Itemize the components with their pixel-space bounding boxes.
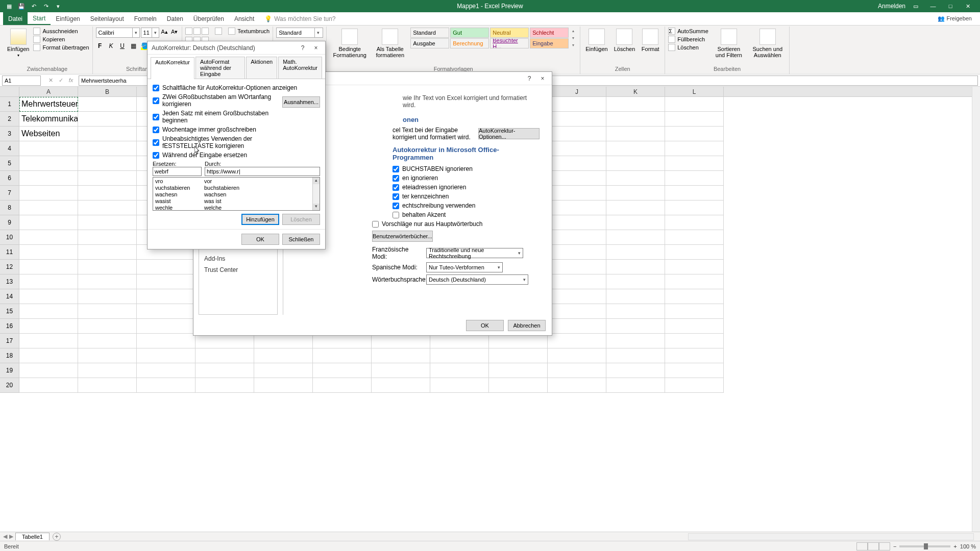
cell[interactable]	[489, 363, 548, 378]
cell[interactable]	[548, 186, 606, 201]
ak-close-button-bottom[interactable]: Schließen	[282, 234, 320, 245]
chk-context[interactable]: echtschreibung verwenden	[393, 201, 540, 210]
column-header[interactable]: B	[78, 87, 137, 96]
style-standard[interactable]: Standard	[410, 28, 449, 38]
row-header[interactable]: 17	[0, 334, 19, 348]
cell[interactable]	[606, 201, 665, 215]
options-cancel-button[interactable]: Abbrechen	[508, 320, 546, 331]
cell[interactable]	[606, 141, 665, 156]
cell[interactable]	[606, 215, 665, 230]
cell[interactable]	[606, 186, 665, 201]
cell[interactable]	[606, 156, 665, 171]
ak-list-row[interactable]: wechlewelche	[153, 204, 312, 211]
name-box[interactable]: A1	[2, 76, 41, 86]
cell[interactable]	[665, 289, 724, 304]
cell[interactable]	[606, 171, 665, 186]
zoom-slider[interactable]	[899, 545, 950, 547]
cell[interactable]	[19, 378, 78, 393]
paste-button[interactable]: Einfügen ▾	[5, 28, 31, 59]
ak-list-scrollbar[interactable]: ▴ ▾	[312, 178, 320, 210]
style-ausgabe[interactable]: Ausgabe	[410, 38, 449, 48]
cell[interactable]	[19, 156, 78, 171]
bold-button[interactable]: F	[96, 42, 104, 50]
cell[interactable]	[548, 141, 606, 156]
save-icon[interactable]: 💾	[17, 2, 26, 10]
cell[interactable]	[548, 289, 606, 304]
cell[interactable]	[78, 304, 137, 319]
tab-pagelayout[interactable]: Seitenlayout	[85, 12, 129, 25]
column-header[interactable]: J	[548, 87, 606, 96]
ak-list-row[interactable]: wachesnwachsen	[153, 191, 312, 197]
ak-list-row[interactable]: wasistwas ist	[153, 197, 312, 204]
view-pagebreak-icon[interactable]	[879, 542, 890, 550]
sheet-nav-next-icon[interactable]: ▶	[9, 533, 13, 540]
cell[interactable]	[78, 141, 137, 156]
align-middle-icon[interactable]	[193, 28, 201, 35]
cell[interactable]	[606, 319, 665, 334]
cell[interactable]	[665, 334, 724, 348]
cell[interactable]	[606, 304, 665, 319]
row-header[interactable]: 5	[0, 156, 19, 171]
tab-data[interactable]: Daten	[162, 12, 188, 25]
row-headers[interactable]: 1234567891011121314151617181920	[0, 97, 19, 393]
cell[interactable]: Mehrwertsteuerharmonierung	[19, 97, 78, 112]
find-select-button[interactable]: Suchen und Auswählen	[749, 28, 786, 59]
style-berechnung[interactable]: Berechnung	[450, 38, 489, 48]
cell[interactable]	[78, 378, 137, 393]
cell[interactable]	[19, 245, 78, 260]
cell[interactable]	[665, 245, 724, 260]
cell[interactable]	[137, 348, 195, 363]
cell[interactable]	[606, 378, 665, 393]
signin-link[interactable]: Anmelden	[878, 3, 905, 10]
redo-icon[interactable]: ↷	[42, 2, 50, 10]
cell[interactable]	[19, 230, 78, 245]
row-header[interactable]: 7	[0, 186, 19, 201]
ak-close-button[interactable]: ×	[311, 43, 321, 53]
cell[interactable]	[19, 171, 78, 186]
ak-tab-math[interactable]: Math. AutoKorrektur	[278, 57, 322, 79]
style-besuchter[interactable]: Besuchter H...	[490, 38, 529, 48]
cell[interactable]	[19, 215, 78, 230]
ak-help-button[interactable]: ?	[298, 43, 308, 53]
ak-chk-showbutton[interactable]: Schaltfläche für AutoKorrektur-Optionen …	[153, 83, 320, 92]
chk-maindict[interactable]: Vorschläge nur aus Hauptwörterbuch	[372, 219, 540, 229]
fill-button[interactable]: Füllbereich	[668, 36, 708, 43]
cell[interactable]	[137, 274, 195, 289]
sort-filter-button[interactable]: Sortieren und Filtern	[710, 28, 747, 59]
minimize-icon[interactable]: —	[926, 1, 940, 11]
row-header[interactable]: 20	[0, 378, 19, 393]
ak-tab-autokorrektur[interactable]: AutoKorrektur	[151, 57, 194, 79]
row-header[interactable]: 8	[0, 201, 19, 215]
ak-tab-autoformat[interactable]: AutoFormat während der Eingabe	[195, 57, 245, 79]
cell[interactable]	[548, 378, 606, 393]
tab-review[interactable]: Überprüfen	[188, 12, 229, 25]
cell[interactable]	[665, 304, 724, 319]
cell[interactable]	[665, 186, 724, 201]
cell[interactable]	[665, 201, 724, 215]
sheet-nav-prev-icon[interactable]: ◀	[3, 533, 7, 540]
cell[interactable]	[548, 230, 606, 245]
row-header[interactable]: 11	[0, 245, 19, 260]
sidebar-item-trustcenter[interactable]: Trust Center	[199, 264, 277, 276]
cell[interactable]	[19, 201, 78, 215]
shrink-font-icon[interactable]: A▾	[170, 28, 179, 38]
cell[interactable]	[313, 378, 372, 393]
cell[interactable]	[548, 97, 606, 112]
italic-button[interactable]: K	[107, 42, 115, 50]
ak-chk-days[interactable]: Wochentage immer großschreiben	[153, 125, 279, 134]
row-header[interactable]: 12	[0, 260, 19, 274]
ak-add-button[interactable]: Hinzufügen	[241, 214, 279, 225]
select-all-corner[interactable]	[0, 87, 19, 97]
row-header[interactable]: 18	[0, 348, 19, 363]
tab-start[interactable]: Start	[28, 12, 51, 25]
border-button[interactable]: ▦	[130, 42, 138, 50]
clear-button[interactable]: Löschen	[668, 44, 708, 51]
qat-customize-icon[interactable]: ▾	[54, 2, 62, 10]
add-sheet-button[interactable]: +	[53, 533, 61, 541]
fx-icon[interactable]: fx	[66, 77, 76, 84]
column-header[interactable]: L	[665, 87, 724, 96]
cell[interactable]	[489, 348, 548, 363]
cell[interactable]	[665, 319, 724, 334]
cell[interactable]	[606, 334, 665, 348]
cell[interactable]	[606, 245, 665, 260]
